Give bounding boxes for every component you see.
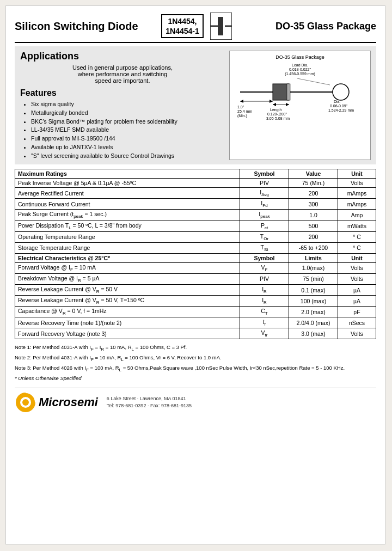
footer: Microsemi 6 Lake Street · Lawrence, MA 0…	[15, 388, 376, 413]
value-cell: 75 (Min.)	[289, 179, 338, 188]
diagram-title: DO-35 Glass Package	[233, 54, 367, 60]
param-cell: Reverse Leakage Current @ VR = 50 V	[15, 285, 240, 296]
part-number: 1N4454, 1N4454-1	[161, 14, 204, 38]
table-row: Operating Temperature Range TOr 200 ° C	[15, 231, 376, 242]
table-row: Storage Temperature Range TSt -65 to +20…	[15, 242, 376, 253]
value-cell: 1.0(max)	[289, 262, 338, 273]
symbol-cell: IAvg	[240, 188, 289, 199]
unit-cell: Volts	[338, 262, 376, 273]
table-row: Reverse Recovery Time (note 1)/(note 2) …	[15, 317, 376, 328]
feature-item: "S" level screening available to Source …	[31, 152, 225, 161]
unit-cell: pF	[338, 307, 376, 317]
svg-text:3.05-5.08 mm: 3.05-5.08 mm	[266, 117, 290, 120]
svg-marker-16	[270, 100, 273, 103]
param-cell: Continuous Forward Current	[15, 199, 240, 210]
symbol-cell: IR	[240, 285, 289, 296]
note3-text: Note 3: Per Method 4026 with IF = 100 mA…	[15, 364, 376, 374]
top-left-content: Applications Used in general purpose app…	[20, 51, 225, 160]
max-ratings-label: Maximum Ratings	[15, 169, 240, 179]
svg-point-12	[333, 84, 349, 100]
note2-text: Note 2: Per Method 4031-A with IF = 10 m…	[15, 354, 376, 363]
unit-cell: Volts	[338, 273, 376, 284]
unit-cell: mWatts	[338, 221, 376, 231]
note1-text: Note 1: Per Method 4031-A with IF = IR =…	[15, 344, 376, 353]
svg-text:0.120-.200": 0.120-.200"	[267, 112, 287, 116]
table-row: Breakdown Voltage @ IR = 5 µA PIV 75 (mi…	[15, 273, 376, 284]
unit-cell: µA	[338, 285, 376, 296]
table-row: Average Rectified Current IAvg 200 mAmps	[15, 188, 376, 199]
svg-marker-15	[240, 100, 243, 103]
unit-col-header2: Unit	[338, 253, 376, 262]
svg-line-29	[297, 78, 330, 85]
symbol-cell: IR	[240, 296, 289, 307]
max-ratings-header-row: Maximum Ratings Symbol Value Unit	[15, 169, 376, 179]
symbol-cell: Pct	[240, 221, 289, 231]
elec-char-label: Electrical Characteristics @ 25°C*	[15, 253, 240, 262]
notes-section: Note 1: Per Method 4031-A with IF = IR =…	[15, 344, 376, 382]
value-cell: 500	[289, 221, 338, 231]
svg-marker-22	[286, 103, 289, 106]
svg-text:(Min.): (Min.)	[237, 114, 247, 118]
feature-item: BKC's Sigma Bond™ plating for problem fr…	[31, 118, 225, 126]
svg-rect-9	[273, 84, 289, 100]
unit-cell: Volts	[338, 328, 376, 339]
table-row: Reverse Leakage Current @ VR = 50 V IR 0…	[15, 285, 376, 296]
page-title: Silicon Switching Diode	[15, 20, 157, 33]
elec-char-header-row: Electrical Characteristics @ 25°C* Symbo…	[15, 253, 376, 262]
svg-rect-11	[287, 84, 290, 100]
value-cell: 100 (max)	[289, 296, 338, 307]
asterisk-note: * Unless Otherwise Specified	[15, 375, 376, 382]
svg-text:(1.456-0.559 mm): (1.456-0.559 mm)	[285, 72, 315, 76]
symbol-cell: PIV	[240, 273, 289, 284]
unit-cell: Amp	[338, 210, 376, 221]
param-cell: Breakdown Voltage @ IR = 5 µA	[15, 273, 240, 284]
package-diagram: DO-35 Glass Package Lead Dia. 0.018-0.02…	[229, 51, 371, 160]
limits-col-header: Limits	[289, 253, 338, 262]
applications-text: Used in general purpose applications,whe…	[20, 64, 225, 84]
svg-text:1.524-2.29 mm: 1.524-2.29 mm	[328, 108, 354, 112]
feature-item: Full approval to Mil-S-19500 /144	[31, 134, 225, 143]
value-cell: 200	[289, 231, 338, 242]
param-cell: Operating Temperature Range	[15, 231, 240, 242]
unit-cell: µA	[338, 296, 376, 307]
symbol-cell: tr	[240, 317, 289, 328]
param-cell: Reverse Recovery Time (note 1)/(note 2)	[15, 317, 240, 328]
param-cell: Forward Voltage @ IF = 10 mA	[15, 262, 240, 273]
logo-text: Microsemi	[39, 395, 98, 409]
header: Silicon Switching Diode 1N4454, 1N4454-1…	[15, 13, 376, 43]
param-cell: Peak Surge Current (tpeak = 1 sec.)	[15, 210, 240, 221]
logo-area: Microsemi	[15, 391, 98, 413]
value-cell: 2.0/4.0 (max)	[289, 317, 338, 328]
svg-text:Length: Length	[270, 108, 282, 112]
symbol-cell: Vfr	[240, 328, 289, 339]
value-cell: 0.1 (max)	[289, 285, 338, 296]
diode-symbol-icon	[210, 13, 232, 40]
value-cell: 75 (min)	[289, 273, 338, 284]
symbol-cell: TOr	[240, 231, 289, 242]
applications-title: Applications	[20, 51, 225, 62]
param-cell: Reverse Leakage Current @ VR = 50 V, T=1…	[15, 296, 240, 307]
table-row: Forward Recovery Voltage (note 3) Vfr 3.…	[15, 328, 376, 339]
package-title: DO-35 Glass Package	[234, 21, 376, 32]
value-cell: 3.0 (max)	[289, 328, 338, 339]
value-cell: 300	[289, 199, 338, 210]
svg-text:Lead Dia.: Lead Dia.	[292, 63, 308, 67]
svg-text:25.4 mm: 25.4 mm	[237, 109, 252, 113]
symbol-col-header: Symbol	[240, 169, 289, 179]
param-cell: Capacitance @ VR = 0 V, f = 1mHz	[15, 307, 240, 317]
svg-rect-4	[223, 17, 225, 35]
table-row: Peak Surge Current (tpeak = 1 sec.) Ipea…	[15, 210, 376, 221]
param-cell: Power Dissipation TL = 50 ºC, L = 3/8" f…	[15, 221, 240, 231]
unit-cell: nSecs	[338, 317, 376, 328]
symbol-cell: Ipeak	[240, 210, 289, 221]
table-row: Capacitance @ VR = 0 V, f = 1mHz CT 2.0 …	[15, 307, 376, 317]
page: Silicon Switching Diode 1N4454, 1N4454-1…	[5, 5, 385, 544]
param-cell: Storage Temperature Range	[15, 242, 240, 253]
top-section: Applications Used in general purpose app…	[15, 46, 376, 164]
feature-item: Six sigma quality	[31, 100, 225, 109]
unit-cell: ° C	[338, 231, 376, 242]
svg-marker-21	[273, 103, 276, 106]
param-cell: Forward Recovery Voltage (note 3)	[15, 328, 240, 339]
microsemi-logo-icon	[15, 391, 36, 413]
unit-cell: mAmps	[338, 199, 376, 210]
